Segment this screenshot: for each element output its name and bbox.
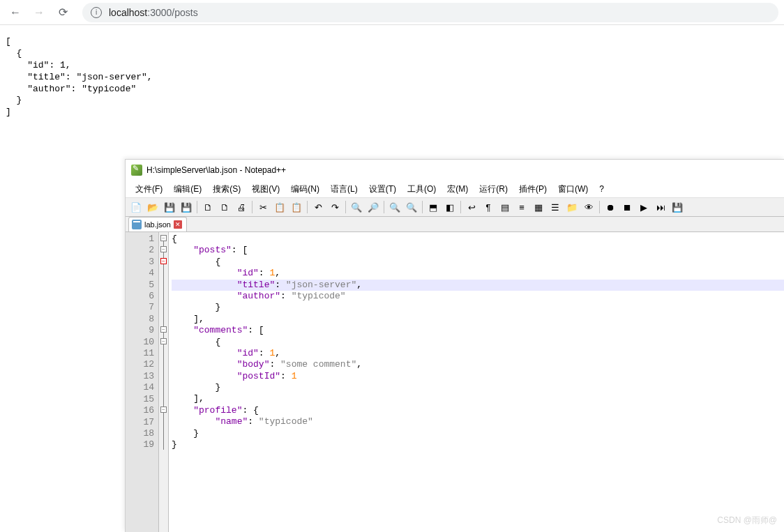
menu-item[interactable]: 宏(M) — [442, 182, 474, 197]
code-line[interactable]: "name": "typicode" — [172, 416, 784, 427]
sync-v-icon[interactable]: ⬒ — [425, 199, 441, 215]
doc-map-icon[interactable]: ▦ — [531, 199, 546, 215]
watermark-text: CSDN @雨师@ — [717, 515, 777, 526]
code-line[interactable]: "posts": [ — [172, 245, 784, 256]
fold-toggle-icon[interactable]: − — [160, 246, 167, 252]
menu-item[interactable]: 运行(R) — [474, 182, 513, 197]
redo-icon[interactable]: ↷ — [327, 199, 342, 215]
code-line[interactable]: { — [172, 337, 784, 348]
notepad-titlebar[interactable]: H:\simpleServer\lab.json - Notepad++ — [126, 160, 784, 181]
wrap-icon[interactable]: ↩ — [464, 199, 479, 215]
folder-icon[interactable]: 📁 — [564, 199, 580, 215]
copy-icon[interactable]: 📋 — [272, 199, 287, 215]
monitor-icon[interactable]: 👁 — [581, 199, 596, 215]
code-line[interactable]: "author": "typicode" — [172, 291, 784, 302]
notepad-window: H:\simpleServer\lab.json - Notepad++ 文件(… — [125, 159, 784, 532]
stop-icon[interactable]: ⏹ — [619, 199, 635, 215]
fold-toggle-icon[interactable]: − — [160, 235, 167, 241]
menu-item[interactable]: 语言(L) — [325, 182, 363, 197]
tab-close-icon[interactable]: ✕ — [174, 220, 182, 229]
menu-item[interactable]: 编码(N) — [285, 182, 325, 197]
zoom-in-icon[interactable]: 🔍 — [387, 199, 402, 215]
menu-item[interactable]: 窗口(W) — [552, 182, 594, 197]
line-number: 18 — [126, 428, 154, 439]
code-line[interactable]: } — [172, 302, 784, 313]
toolbar-separator — [422, 201, 423, 213]
show-all-icon[interactable]: ¶ — [481, 199, 496, 215]
line-number: 11 — [126, 348, 154, 359]
zoom-out-icon[interactable]: 🔍 — [404, 199, 419, 215]
line-number: 10 — [126, 337, 154, 348]
code-line[interactable]: } — [172, 382, 784, 393]
indent-guide-icon[interactable]: ▤ — [497, 199, 513, 215]
toolbar-separator — [252, 201, 252, 213]
code-line[interactable]: "postId": 1 — [172, 371, 784, 382]
code-line[interactable]: "comments": [ — [172, 325, 784, 336]
cut-icon[interactable]: ✂ — [255, 199, 271, 215]
close-all-icon[interactable]: 🗋 — [217, 199, 232, 215]
lang-icon[interactable]: ≡ — [514, 199, 529, 215]
fold-toggle-icon[interactable]: − — [160, 326, 167, 333]
save-macro-icon[interactable]: 💾 — [670, 199, 685, 215]
notepad-editor[interactable]: 12345678910111213141516171819 −−−−−− { "… — [126, 232, 784, 532]
fold-toggle-icon[interactable]: − — [160, 258, 167, 264]
reload-button[interactable]: ⟳ — [53, 3, 73, 22]
sync-h-icon[interactable]: ◧ — [442, 199, 458, 215]
code-line[interactable]: } — [172, 439, 784, 450]
notepad-tab-labjson[interactable]: lab.json ✕ — [128, 217, 187, 231]
code-line[interactable]: "profile": { — [172, 405, 784, 416]
find-icon[interactable]: 🔍 — [349, 199, 364, 215]
code-line[interactable]: "body": "some comment", — [172, 359, 784, 370]
line-number: 17 — [126, 417, 154, 428]
menu-item[interactable]: 插件(P) — [513, 182, 552, 197]
code-line[interactable]: { — [172, 257, 784, 268]
notepad-toolbar: 📄📂💾💾🗋🗋🖨✂📋📋↶↷🔍🔎🔍🔍⬒◧↩¶▤≡▦☰📁👁⏺⏹▶⏭💾 — [126, 197, 784, 217]
menu-item[interactable]: 文件(F) — [130, 182, 168, 197]
code-line[interactable]: { — [172, 234, 784, 245]
back-button[interactable]: ← — [6, 3, 25, 22]
file-icon — [132, 220, 142, 229]
line-number: 15 — [126, 394, 154, 405]
record-icon[interactable]: ⏺ — [603, 199, 618, 215]
code-line[interactable]: } — [172, 428, 784, 439]
code-line[interactable]: "id": 1, — [172, 268, 784, 279]
fold-toggle-icon[interactable]: − — [160, 406, 167, 413]
code-line[interactable]: "id": 1, — [172, 348, 784, 359]
code-line[interactable]: "title": "json-server", — [172, 280, 784, 291]
save-all-icon[interactable]: 💾 — [179, 199, 194, 215]
code-line[interactable]: ], — [172, 314, 784, 325]
play-icon[interactable]: ▶ — [636, 199, 651, 215]
browser-page-content: [ { "id": 1, "title": "json-server", "au… — [0, 25, 784, 130]
toolbar-separator — [345, 201, 346, 213]
code-area[interactable]: { "posts": [ { "id": 1, "title": "json-s… — [169, 232, 784, 532]
code-line[interactable]: ], — [172, 393, 784, 404]
replace-icon[interactable]: 🔎 — [365, 199, 381, 215]
menu-item[interactable]: 搜索(S) — [207, 182, 246, 197]
open-file-icon[interactable]: 📂 — [145, 199, 160, 215]
save-icon[interactable]: 💾 — [162, 199, 177, 215]
paste-icon[interactable]: 📋 — [289, 199, 304, 215]
site-info-icon[interactable]: i — [91, 7, 102, 18]
close-icon[interactable]: 🗋 — [200, 199, 216, 215]
line-number: 4 — [126, 268, 154, 279]
notepad-tabs: lab.json ✕ — [126, 217, 784, 232]
func-list-icon[interactable]: ☰ — [548, 199, 563, 215]
undo-icon[interactable]: ↶ — [310, 199, 326, 215]
menu-item[interactable]: 工具(O) — [402, 182, 442, 197]
line-number: 14 — [126, 382, 154, 393]
line-number: 5 — [126, 280, 154, 291]
url-bar[interactable]: i localhost:3000/posts — [82, 3, 778, 22]
notepad-menu-bar: 文件(F)编辑(E)搜索(S)视图(V)编码(N)语言(L)设置(T)工具(O)… — [126, 181, 784, 197]
forward-button[interactable]: → — [29, 3, 49, 22]
play-multi-icon[interactable]: ⏭ — [653, 199, 668, 215]
fold-gutter[interactable]: −−−−−− — [159, 232, 169, 532]
menu-item[interactable]: 视图(V) — [246, 182, 285, 197]
fold-toggle-icon[interactable]: − — [160, 338, 167, 344]
print-icon[interactable]: 🖨 — [234, 199, 249, 215]
menu-item[interactable]: ? — [594, 183, 610, 195]
menu-item[interactable]: 设置(T) — [363, 182, 402, 197]
toolbar-separator — [599, 201, 600, 213]
menu-item[interactable]: 编辑(E) — [168, 182, 207, 197]
notepad-title-text: H:\simpleServer\lab.json - Notepad++ — [146, 165, 286, 175]
new-file-icon[interactable]: 📄 — [128, 199, 144, 215]
